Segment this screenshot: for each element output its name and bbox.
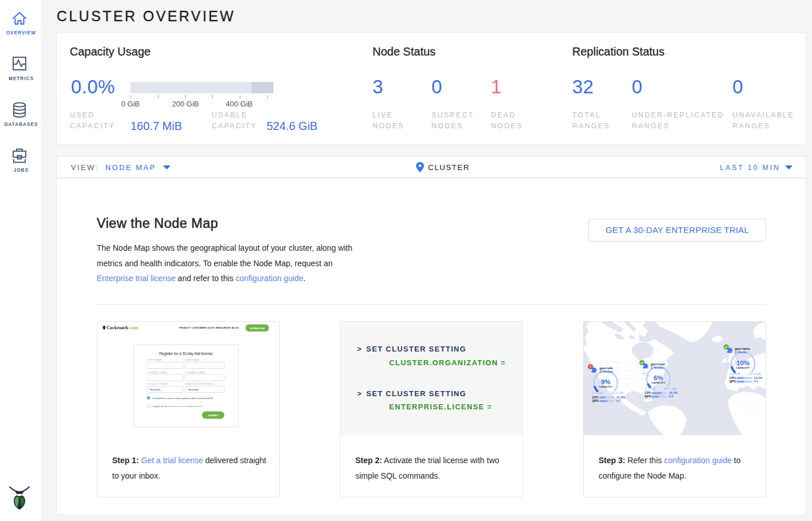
svg-text:QPS: QPS (592, 399, 599, 402)
svg-text:I would like to receive email: I would like to receive email updates ab… (152, 397, 213, 400)
svg-text:!: ! (590, 365, 591, 369)
svg-text:9%: 9% (601, 378, 611, 385)
svg-text:LABS: LABS (129, 326, 138, 330)
svg-text:45.7 GiB: 45.7 GiB (664, 387, 676, 390)
svg-text:LAST NAME: LAST NAME (185, 358, 200, 361)
svg-text:PRODUCT CUSTOMERS DOCS RESO: PRODUCT CUSTOMERS DOCS RESOURCES BLOG (179, 326, 239, 329)
svg-text:3.2 GiB: 3.2 GiB (592, 391, 603, 394)
svg-text:REASON FOR INTEREST: REASON FOR INTEREST (185, 382, 215, 385)
svg-text:35.1 GiB: 35.1 GiB (611, 391, 624, 394)
svg-text:11.0%: 11.0% (616, 396, 625, 399)
svg-text:3.6 GiB: 3.6 GiB (730, 372, 740, 376)
svg-text:CPU: CPU (645, 391, 651, 394)
svg-text:PROJECT PHASE: PROJECT PHASE (147, 382, 168, 385)
svg-text:QPS: QPS (645, 394, 652, 398)
svg-text:2 Nodes: 2 Nodes (651, 365, 665, 369)
svg-text:6%: 6% (653, 374, 663, 381)
svg-text:Cockroach: Cockroach (107, 325, 129, 330)
svg-text:4.4: 4.4 (754, 380, 758, 383)
svg-text:Please Select: Please Select (150, 388, 161, 391)
svg-text:0.0: 0.0 (669, 394, 674, 398)
svg-text:QPS: QPS (730, 380, 736, 383)
svg-text:Register for a 30-day trial li: Register for a 30-day trial license (159, 352, 213, 356)
svg-text:SUBMIT: SUBMIT (208, 414, 219, 417)
svg-text:2 Nodes: 2 Nodes (600, 369, 614, 373)
svg-text:FIRST NAME: FIRST NAME (147, 358, 162, 361)
svg-text:1 Node: 1 Node (735, 350, 747, 354)
svg-text:CPU: CPU (730, 376, 736, 380)
svg-text:34.4 GiB: 34.4 GiB (748, 372, 761, 376)
svg-text:CAPACITY: CAPACITY (736, 366, 750, 369)
svg-text:I agree to the Software Licens: I agree to the Software License Agreemen… (152, 405, 203, 408)
svg-text:42.5%: 42.5% (669, 391, 678, 394)
svg-text:COMPANY NAME: COMPANY NAME (147, 371, 167, 374)
svg-text:13.3%: 13.3% (754, 376, 762, 380)
svg-text:CPU: CPU (592, 396, 599, 399)
svg-text:CAPACITY: CAPACITY (651, 381, 666, 384)
svg-text:3.7 GiB: 3.7 GiB (645, 387, 656, 390)
svg-text:DOWNLOAD: DOWNLOAD (250, 327, 265, 330)
svg-text:Please Select: Please Select (188, 388, 200, 391)
svg-text:CAPACITY: CAPACITY (599, 385, 613, 388)
svg-text:4.7: 4.7 (616, 399, 621, 402)
svg-text:10%: 10% (736, 360, 750, 366)
svg-text:COMPANY EMAIL: COMPANY EMAIL (185, 371, 206, 374)
